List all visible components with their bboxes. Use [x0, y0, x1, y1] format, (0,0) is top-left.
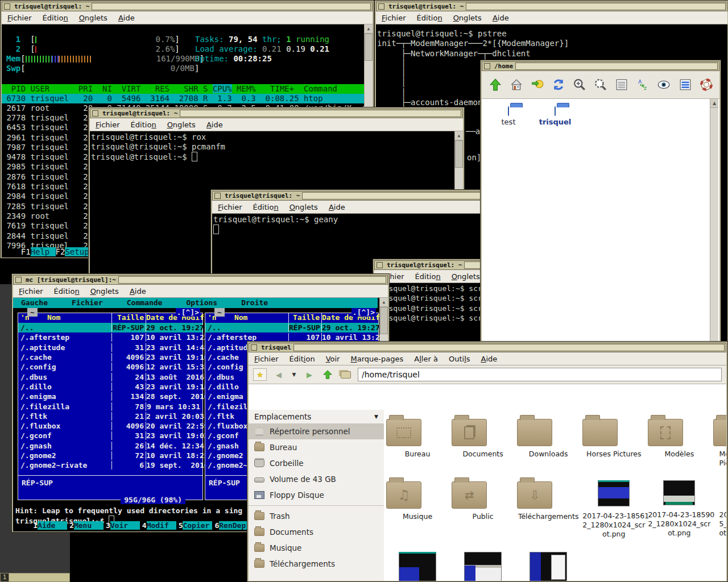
file-icon-item[interactable]: 2017-04-23-192417_1280x1024_scr [386, 548, 449, 581]
mc-file-row[interactable]: /.. RÉP-SUP 29 oct. 19:27 [205, 323, 378, 332]
file-icon-item[interactable]: Bureau [386, 414, 449, 459]
file-icon-item[interactable]: Downloads [517, 414, 580, 459]
mc-file-row[interactable]: /.config 4096 12 avril 15:35 [18, 362, 202, 372]
mc-file-row[interactable]: /.fluxbox 4096 20 avril 22:59 [18, 421, 202, 431]
list-view-icon[interactable] [615, 77, 628, 92]
rox-folder-item[interactable]: trisquel [535, 107, 575, 126]
htop-header-row[interactable]: PID USER PRI NI VIRT RES SHR S CPU% MEM%… [2, 84, 364, 94]
window-menu-button[interactable] [484, 63, 490, 69]
goto-icon[interactable] [531, 77, 544, 92]
location-input[interactable] [358, 368, 722, 381]
menu-item[interactable]: Outils [449, 355, 470, 363]
menu-item[interactable]: Édition [417, 14, 442, 22]
sidebar-place-item[interactable]: Musique [249, 540, 384, 556]
fkey[interactable]: F1 [21, 247, 31, 256]
menu-item[interactable]: Aide [118, 14, 135, 22]
menu-item[interactable]: Voir [326, 355, 340, 363]
file-icon-item[interactable]: MouPict [713, 414, 726, 468]
scrollbar[interactable]: ▲ [710, 99, 718, 341]
scroll-up-icon[interactable]: ▲ [710, 99, 718, 108]
menu-item[interactable]: Fichier [7, 14, 32, 22]
mc-file-row[interactable]: /.dillo 43 23 avril 19:18 [18, 382, 202, 392]
mc-menu-item[interactable]: Gauche [21, 298, 48, 307]
menu-item[interactable]: Aide [130, 287, 146, 296]
zoom-fit-icon[interactable] [594, 77, 607, 92]
fkey[interactable]: 1 [33, 521, 38, 530]
menu-item[interactable]: Édition [253, 203, 279, 211]
window-menu-button[interactable] [378, 3, 384, 10]
mc-menu-item[interactable]: Options [186, 298, 217, 307]
mc-file-row[interactable]: /.gnome2~rivate 6 19 sept. 2016 [18, 460, 202, 470]
menu-item[interactable]: Fichier [254, 355, 279, 363]
mc-file-row[interactable]: /.gconf 31 23 avril 19:03 [18, 431, 202, 440]
forward-icon[interactable]: ▶ [303, 369, 316, 380]
details-icon[interactable] [679, 77, 692, 92]
menu-item[interactable]: Aide [481, 355, 498, 363]
menu-item[interactable]: Aide [206, 120, 223, 129]
mc-file-row[interactable]: /.dbus 24 13 août 2016 [18, 372, 202, 381]
scroll-up-icon[interactable]: ▲ [455, 131, 463, 140]
fkey[interactable]: 4 [142, 521, 147, 530]
mc-file-row[interactable]: /.enigma 134 28 sept. 2016 [18, 392, 202, 401]
sidebar-place-item[interactable]: Floppy Disque [249, 487, 384, 503]
window-menu-button[interactable] [214, 193, 221, 199]
fkey[interactable]: 2 [69, 521, 74, 530]
file-icon-item[interactable]: Public [452, 477, 514, 521]
sidebar-place-item[interactable]: Bureau [249, 439, 384, 455]
file-icon-item[interactable]: Modèles [648, 414, 710, 459]
mc-menu-item[interactable]: Commande [127, 298, 163, 307]
scroll-up-icon[interactable]: ▲ [380, 298, 388, 307]
menu-item[interactable]: Onglets [452, 272, 480, 281]
mc-file-row[interactable]: /.cache 4096 23 avril 19:16 [18, 352, 202, 362]
menu-item[interactable]: Onglets [90, 287, 119, 296]
menu-item[interactable]: Onglets [289, 203, 318, 211]
file-icon-item[interactable]: 2017-04-25_1280xot [713, 477, 726, 538]
sidebar-place-item[interactable]: Trash [249, 508, 384, 524]
file-icon-item[interactable]: 2017-04-23-192925_1280x1024_scr [517, 548, 580, 581]
sidebar-place-item[interactable]: Documents [249, 524, 384, 540]
fkey[interactable]: F2 [56, 247, 65, 256]
window-menu-button[interactable] [15, 277, 22, 283]
fkey[interactable]: 5 [179, 521, 183, 530]
menu-item[interactable]: Onglets [453, 14, 482, 22]
mc-file-row[interactable]: /.fltk 21 2 avril 20:03 [18, 411, 202, 421]
window-menu-button[interactable] [251, 344, 257, 351]
rox-filer-titlebar[interactable]: /home [482, 61, 719, 71]
up-icon[interactable] [321, 369, 334, 380]
rox-folder-item[interactable]: test [489, 107, 528, 126]
workspace-button[interactable]: 1 [0, 573, 9, 582]
help-lifebuoy-icon[interactable] [700, 77, 713, 92]
menu-item[interactable]: Onglets [167, 120, 196, 129]
file-icon-item[interactable]: Documents [452, 414, 514, 459]
sidebar-place-item[interactable]: Répertoire personnel [249, 423, 384, 439]
refresh-icon[interactable] [552, 77, 565, 92]
mc-file-row[interactable]: /.filezilla 78 9 mars 10:31 [18, 401, 202, 411]
new-tab-icon[interactable]: ★ [253, 368, 267, 381]
scroll-up-icon[interactable]: ▲ [365, 24, 373, 34]
eye-icon[interactable] [657, 77, 671, 92]
menu-item[interactable]: Édition [415, 272, 441, 281]
file-icon-item[interactable]: 2017-04-23-185612_1280x1024_scrot.png [582, 477, 645, 539]
mc-menu-item[interactable]: Fichier [72, 298, 103, 307]
htop-selected-row[interactable]: 6730 trisquel 20 0 5496 3164 2708 R 1.3 … [2, 94, 364, 103]
up-icon[interactable] [489, 77, 502, 92]
window-menu-button[interactable] [4, 3, 10, 10]
menu-item[interactable]: Fichier [382, 14, 406, 22]
window-menu-button[interactable] [92, 110, 98, 117]
panel-path[interactable]: ~ [214, 308, 225, 317]
fkey[interactable]: 3 [106, 521, 110, 530]
file-icon-item[interactable]: Musique [386, 477, 449, 521]
file-icon-item[interactable]: Horses Pictures [582, 414, 645, 459]
mc-titlebar[interactable]: mc [trisquel@trisquel]:~ [13, 275, 388, 285]
mc-menu-item[interactable]: Droite [241, 298, 268, 307]
menu-item[interactable]: Édition [43, 14, 68, 22]
mc-file-row[interactable]: /.aptitude 31 23 avril 14:48 [18, 343, 202, 352]
taskbar-iconbar[interactable] [9, 573, 70, 582]
sidebar-place-item[interactable]: Corbeille [249, 455, 384, 471]
mc-file-row[interactable]: /.afterstep 107 10 avril 13:22 [18, 332, 202, 342]
sidebar-mode-selector[interactable]: Emplacements▼ [249, 410, 384, 423]
file-icon-item[interactable]: 2017-04-23-185902_1280x1024_scrot.png [648, 477, 710, 538]
pcmanfm-titlebar[interactable]: trisquel [249, 343, 726, 352]
file-icon-item[interactable]: Téléchargements [517, 477, 580, 521]
mc-file-row[interactable]: /.. RÉP-SUP 29 oct. 19:27 [18, 323, 202, 332]
